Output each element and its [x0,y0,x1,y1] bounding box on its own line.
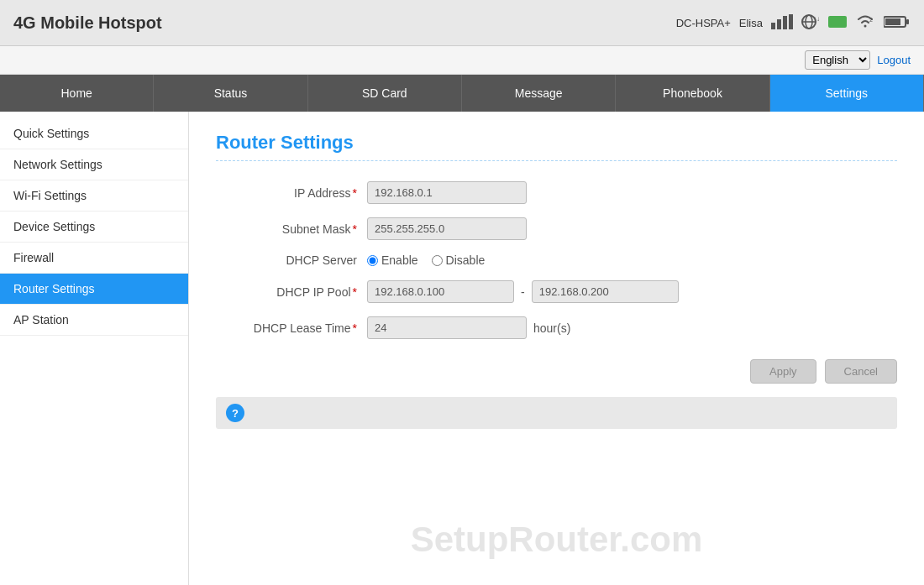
sidebar-item-network-settings[interactable]: Network Settings [0,149,188,180]
dhcp-disable-radio[interactable] [432,255,443,266]
wifi-icon: 2 [855,14,875,32]
dhcp-radio-group: Enable Disable [367,253,485,267]
cancel-button[interactable]: Cancel [825,359,897,384]
pool-required-star: * [353,285,357,299]
dhcp-enable-option[interactable]: Enable [367,253,418,267]
main-nav: Home Status SD Card Message Phonebook Se… [0,75,924,112]
logout-button[interactable]: Logout [877,54,911,66]
ip-address-input[interactable] [367,181,527,204]
dhcp-pool-row: DHCP IP Pool* - [216,280,897,303]
network-type: DC-HSPA+ [676,17,731,29]
help-icon[interactable]: ? [226,404,244,422]
title-divider [216,160,897,161]
subnet-mask-input[interactable] [367,217,527,240]
language-select[interactable]: English Chinese French German [805,50,870,70]
app-title: 4G Mobile Hotspot [13,13,162,33]
nav-home[interactable]: Home [0,75,154,112]
svg-rect-10 [885,18,900,25]
ip-required-star: * [353,186,357,200]
nav-settings[interactable]: Settings [770,75,924,112]
sidebar: Quick Settings Network Settings Wi-Fi Se… [0,112,189,585]
dhcp-pool-label: DHCP IP Pool* [216,285,367,299]
dhcp-lease-label: DHCP Lease Time* [216,321,367,335]
dhcp-enable-radio[interactable] [367,255,378,266]
sidebar-item-device-settings[interactable]: Device Settings [0,212,188,243]
ip-address-label: IP Address* [216,186,367,200]
ip-address-row: IP Address* [216,181,897,204]
lease-required-star: * [353,321,357,335]
nav-status[interactable]: Status [154,75,307,112]
nav-message[interactable]: Message [462,75,616,112]
watermark: SetupRouter.com [411,520,703,560]
hours-label: hour(s) [533,321,570,335]
header: 4G Mobile Hotspot DC-HSPA+ Elisa ↑↓ [0,0,924,46]
dhcp-lease-input[interactable] [367,316,527,339]
nav-sdcard[interactable]: SD Card [308,75,462,112]
battery-icon [884,14,911,32]
username: Elisa [739,17,763,29]
svg-rect-1 [777,19,781,29]
sidebar-item-wifi-settings[interactable]: Wi-Fi Settings [0,180,188,212]
header-status: DC-HSPA+ Elisa ↑↓ [676,14,911,32]
sidebar-item-router-settings[interactable]: Router Settings [0,274,188,305]
svg-text:↑↓: ↑↓ [813,15,820,23]
green-status-icon [828,16,847,30]
help-bar: ? [216,397,897,429]
page-title: Router Settings [216,132,897,154]
subnet-mask-label: Subnet Mask* [216,222,367,236]
svg-rect-2 [783,16,787,29]
apply-button[interactable]: Apply [750,359,816,384]
dhcp-disable-option[interactable]: Disable [432,253,486,267]
nav-phonebook[interactable]: Phonebook [616,75,769,112]
dhcp-server-row: DHCP Server Enable Disable [216,253,897,267]
dhcp-pool-end-input[interactable] [532,280,679,303]
main-content: Router Settings IP Address* Subnet Mask*… [189,112,924,585]
svg-rect-0 [771,23,775,29]
sidebar-item-firewall[interactable]: Firewall [0,243,188,274]
pool-inputs: - [367,280,679,303]
subnet-mask-row: Subnet Mask* [216,217,897,240]
sidebar-item-ap-station[interactable]: AP Station [0,305,188,336]
button-row: Apply Cancel [216,359,897,384]
svg-text:2: 2 [869,17,873,23]
svg-rect-3 [789,14,793,29]
main-layout: Quick Settings Network Settings Wi-Fi Se… [0,112,924,585]
pool-dash: - [521,285,525,299]
dhcp-pool-start-input[interactable] [367,280,514,303]
signal-icon [771,14,793,32]
subnet-required-star: * [353,222,357,236]
dhcp-server-label: DHCP Server [216,253,367,267]
globe-icon: ↑↓ [801,14,820,32]
svg-rect-11 [906,19,909,24]
dhcp-lease-row: DHCP Lease Time* hour(s) [216,316,897,339]
lang-bar: English Chinese French German Logout [0,46,924,75]
sidebar-item-quick-settings[interactable]: Quick Settings [0,118,188,149]
